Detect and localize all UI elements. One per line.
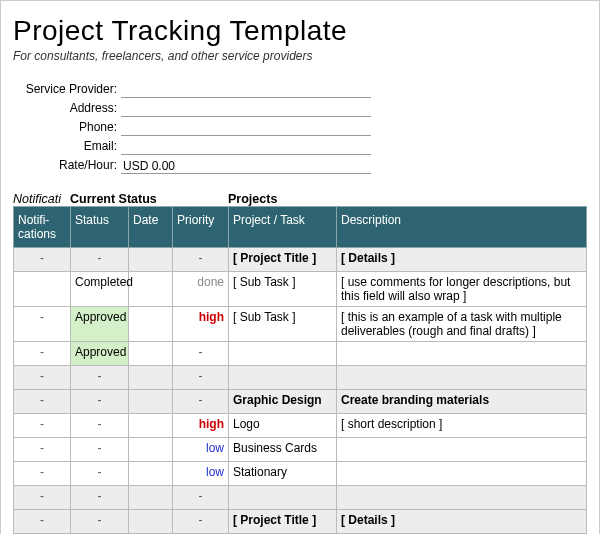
cell-notifications[interactable] <box>14 272 71 307</box>
cell-status[interactable]: - <box>71 486 129 510</box>
cell-status[interactable]: Approved <box>71 342 129 366</box>
table-row: -Approvedhigh[ Sub Task ][ this is an ex… <box>14 307 587 342</box>
cell-description[interactable]: [ Details ] <box>337 510 587 534</box>
table-row: --- <box>14 366 587 390</box>
table-row: ---Graphic DesignCreate branding materia… <box>14 390 587 414</box>
section-notifications: Notificati <box>13 192 70 206</box>
cell-status[interactable]: - <box>71 438 129 462</box>
cell-date[interactable] <box>129 462 173 486</box>
table-row: ---[ Project Title ][ Details ] <box>14 248 587 272</box>
address-label: Address: <box>19 101 121 115</box>
col-notifications: Notifi-cations <box>14 207 71 248</box>
col-status: Status <box>71 207 129 248</box>
cell-description[interactable] <box>337 366 587 390</box>
table-body: ---[ Project Title ][ Details ]Completed… <box>14 248 587 534</box>
col-date: Date <box>129 207 173 248</box>
cell-date[interactable] <box>129 438 173 462</box>
section-projects: Projects <box>228 192 277 206</box>
cell-notifications[interactable]: - <box>14 342 71 366</box>
cell-notifications[interactable]: - <box>14 414 71 438</box>
cell-priority[interactable]: low <box>173 462 229 486</box>
table-row: -Approved- <box>14 342 587 366</box>
cell-notifications[interactable]: - <box>14 390 71 414</box>
phone-value[interactable] <box>121 117 371 136</box>
cell-status[interactable]: Approved <box>71 307 129 342</box>
cell-priority[interactable]: - <box>173 486 229 510</box>
cell-priority[interactable]: - <box>173 366 229 390</box>
cell-date[interactable] <box>129 248 173 272</box>
address-value[interactable] <box>121 98 371 117</box>
cell-priority[interactable]: - <box>173 248 229 272</box>
cell-project[interactable] <box>229 366 337 390</box>
cell-date[interactable] <box>129 272 173 307</box>
cell-priority[interactable]: - <box>173 390 229 414</box>
cell-project[interactable]: [ Sub Task ] <box>229 307 337 342</box>
cell-date[interactable] <box>129 366 173 390</box>
cell-description[interactable]: Create branding materials <box>337 390 587 414</box>
page-title: Project Tracking Template <box>13 15 587 47</box>
cell-project[interactable]: Logo <box>229 414 337 438</box>
cell-project[interactable]: Business Cards <box>229 438 337 462</box>
cell-date[interactable] <box>129 510 173 534</box>
template-page: Project Tracking Template For consultant… <box>0 0 600 534</box>
address-row: Address: <box>19 98 587 117</box>
cell-description[interactable]: [ use comments for longer descriptions, … <box>337 272 587 307</box>
cell-description[interactable] <box>337 486 587 510</box>
rate-row: Rate/Hour: USD 0.00 <box>19 155 587 174</box>
cell-date[interactable] <box>129 307 173 342</box>
cell-notifications[interactable]: - <box>14 248 71 272</box>
rate-value[interactable]: USD 0.00 <box>121 155 371 174</box>
cell-notifications[interactable]: - <box>14 307 71 342</box>
cell-date[interactable] <box>129 342 173 366</box>
cell-priority[interactable]: - <box>173 510 229 534</box>
provider-label: Service Provider: <box>19 82 121 96</box>
cell-project[interactable]: [ Project Title ] <box>229 248 337 272</box>
cell-project[interactable]: [ Project Title ] <box>229 510 337 534</box>
cell-status[interactable]: - <box>71 248 129 272</box>
cell-notifications[interactable]: - <box>14 462 71 486</box>
cell-priority[interactable]: low <box>173 438 229 462</box>
cell-status[interactable]: - <box>71 366 129 390</box>
cell-project[interactable] <box>229 486 337 510</box>
cell-date[interactable] <box>129 486 173 510</box>
rate-label: Rate/Hour: <box>19 158 121 172</box>
cell-description[interactable] <box>337 438 587 462</box>
cell-description[interactable] <box>337 462 587 486</box>
cell-priority[interactable]: high <box>173 414 229 438</box>
cell-notifications[interactable]: - <box>14 438 71 462</box>
cell-project[interactable]: Stationary <box>229 462 337 486</box>
cell-notifications[interactable]: - <box>14 510 71 534</box>
cell-description[interactable] <box>337 342 587 366</box>
cell-status[interactable]: - <box>71 510 129 534</box>
header-row: Notifi-cations Status Date Priority Proj… <box>14 207 587 248</box>
cell-date[interactable] <box>129 390 173 414</box>
cell-status[interactable]: - <box>71 390 129 414</box>
col-project-task: Project / Task <box>229 207 337 248</box>
cell-project[interactable]: Graphic Design <box>229 390 337 414</box>
cell-status[interactable]: Completed <box>71 272 129 307</box>
table-row: --highLogo[ short description ] <box>14 414 587 438</box>
provider-value[interactable] <box>121 79 371 98</box>
table-row: --lowStationary <box>14 462 587 486</box>
cell-status[interactable]: - <box>71 414 129 438</box>
cell-description[interactable]: [ Details ] <box>337 248 587 272</box>
cell-priority[interactable]: - <box>173 342 229 366</box>
table-row: Completeddone[ Sub Task ][ use comments … <box>14 272 587 307</box>
cell-priority[interactable]: high <box>173 307 229 342</box>
cell-description[interactable]: [ this is an example of a task with mult… <box>337 307 587 342</box>
page-subtitle: For consultants, freelancers, and other … <box>13 49 587 63</box>
email-value[interactable] <box>121 136 371 155</box>
provider-info-block: Service Provider: Address: Phone: Email:… <box>19 79 587 174</box>
cell-priority[interactable]: done <box>173 272 229 307</box>
cell-notifications[interactable]: - <box>14 486 71 510</box>
col-description: Description <box>337 207 587 248</box>
cell-status[interactable]: - <box>71 462 129 486</box>
cell-notifications[interactable]: - <box>14 366 71 390</box>
provider-row: Service Provider: <box>19 79 587 98</box>
section-headers: Notificati Current Status Projects <box>13 192 587 206</box>
cell-date[interactable] <box>129 414 173 438</box>
cell-project[interactable]: [ Sub Task ] <box>229 272 337 307</box>
cell-description[interactable]: [ short description ] <box>337 414 587 438</box>
cell-project[interactable] <box>229 342 337 366</box>
phone-label: Phone: <box>19 120 121 134</box>
